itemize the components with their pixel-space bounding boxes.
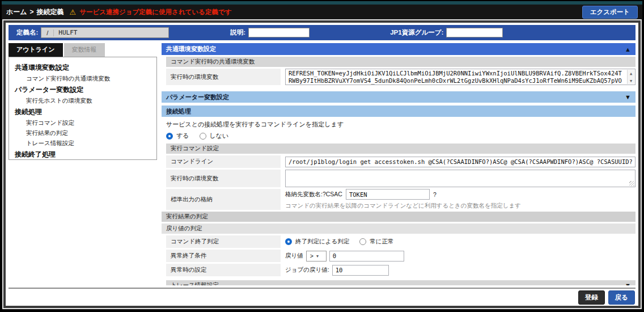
subheader-label: 実行結果の判定 bbox=[166, 213, 208, 221]
connect-description: サービスとの接続処理を実行するコマンドラインを指定します bbox=[166, 120, 635, 129]
section-header-connect[interactable]: 接続処理 bbox=[162, 106, 635, 117]
radio-always-normal-label[interactable]: 常に正常 bbox=[370, 238, 393, 246]
breadcrumb-home[interactable]: ホーム bbox=[6, 7, 27, 17]
outline-heading-parameter[interactable]: パラメーター変数設定 bbox=[15, 85, 151, 95]
subheader-exec-command: 実行コマンド設定 bbox=[166, 144, 635, 154]
stdout-store-label: 標準出力の格納 bbox=[166, 189, 281, 210]
cmdline-input[interactable] bbox=[285, 157, 635, 167]
outline-item[interactable]: トレース情報設定 bbox=[26, 140, 151, 147]
stdout-var-input[interactable] bbox=[346, 189, 430, 200]
subheader-common-env: コマンド実行時の共通環境変数 bbox=[166, 57, 635, 67]
abnormal-value-input[interactable] bbox=[329, 251, 404, 262]
connect-env-label: 実行時の環境変数 bbox=[166, 170, 281, 187]
job-return-label: ジョブの戻り値: bbox=[285, 266, 329, 274]
resource-group-label: JP1資源グループ: bbox=[390, 28, 443, 37]
warning-message: サービス連携ジョブ定義に使用されている定義です bbox=[79, 8, 231, 16]
collapse-up-icon[interactable]: ▲ bbox=[625, 46, 631, 53]
outline-tree: 共通環境変数設定 コマンド実行時の共通環境変数 パラメーター変数設定 実行先ホス… bbox=[9, 57, 157, 160]
footer-bar: 登録 戻る bbox=[6, 289, 638, 306]
stdout-var-prefix: 格納先変数名:?CSAC bbox=[285, 191, 342, 199]
radio-connect-no[interactable] bbox=[200, 133, 206, 140]
section-title: パラメーター変数設定 bbox=[166, 93, 229, 102]
radio-end-judge[interactable] bbox=[285, 238, 292, 245]
refresh-token-value: REFRESH_TOKEN=eyJjdHkiOiJKV1QiLCJlbmMiOi… bbox=[289, 70, 622, 85]
outline-heading-connect[interactable]: 接続処理 bbox=[15, 107, 151, 117]
subheader-label: 戻り値の判定 bbox=[166, 225, 202, 233]
runtime-env-label: 実行時の環境変数 bbox=[166, 69, 281, 85]
description-label: 説明: bbox=[230, 28, 245, 37]
definition-header: 定義名: / HULFT 説明: JP1資源グループ: bbox=[9, 25, 635, 40]
back-button[interactable]: 戻る bbox=[608, 290, 635, 305]
scroll-down-icon[interactable]: ▼ bbox=[630, 78, 632, 85]
subheader-return-value: 戻り値の判定 bbox=[162, 224, 635, 234]
collapse-down-icon[interactable]: ▼ bbox=[625, 94, 631, 100]
warning-icon: ⚠ bbox=[70, 8, 77, 16]
stdout-var-suffix: ? bbox=[433, 191, 437, 198]
section-header-common-env[interactable]: 共通環境変数設定 ▲ bbox=[162, 43, 635, 55]
radio-always-normal[interactable] bbox=[359, 238, 366, 245]
outline-item[interactable]: 実行先ホストの環境変数 bbox=[26, 97, 151, 105]
tab-outline[interactable]: アウトライン bbox=[9, 43, 63, 57]
resource-group-input[interactable] bbox=[446, 28, 503, 37]
end-judge-label: コマンド終了判定 bbox=[166, 235, 281, 248]
runtime-env-textarea[interactable]: REFRESH_TOKEN=eyJjdHkiOiJKV1QiLCJlbmMiOi… bbox=[285, 69, 635, 85]
connect-env-textarea[interactable] bbox=[285, 170, 635, 187]
sidebar-tabs: アウトライン 変数情報 bbox=[9, 43, 157, 57]
collapse-down-icon[interactable]: ▼ bbox=[625, 282, 631, 285]
radio-connect-no-label[interactable]: しない bbox=[210, 132, 229, 140]
definition-name-value: HULFT bbox=[54, 29, 77, 36]
chevron-down-icon: ▾ bbox=[316, 254, 319, 259]
section-header-parameter[interactable]: パラメーター変数設定 ▼ bbox=[162, 91, 635, 103]
definition-name-field: / HULFT bbox=[41, 27, 169, 38]
subheader-label: トレース情報設定 bbox=[171, 281, 219, 285]
register-button[interactable]: 登録 bbox=[578, 290, 605, 305]
connect-radio-group: する しない bbox=[166, 132, 635, 140]
definition-name-label: 定義名: bbox=[16, 28, 38, 37]
cmdline-label: コマンドライン bbox=[166, 155, 281, 168]
operator-value: > bbox=[310, 252, 313, 259]
operator-select[interactable]: > ▾ bbox=[306, 251, 327, 262]
section-title: 共通環境変数設定 bbox=[166, 45, 216, 53]
radio-connect-yes[interactable] bbox=[166, 133, 173, 140]
job-return-input[interactable] bbox=[332, 265, 389, 276]
main-content: 共通環境変数設定 ▲ コマンド実行時の共通環境変数 実行時の環境変数 REFRE… bbox=[162, 42, 635, 285]
sidebar: アウトライン 変数情報 共通環境変数設定 コマンド実行時の共通環境変数 パラメー… bbox=[9, 42, 157, 285]
body-area: アウトライン 変数情報 共通環境変数設定 コマンド実行時の共通環境変数 パラメー… bbox=[9, 42, 635, 289]
error-setting-label: 異常時の設定 bbox=[166, 264, 281, 276]
outline-heading-common-env[interactable]: 共通環境変数設定 bbox=[15, 63, 151, 73]
section-title: 接続処理 bbox=[166, 107, 191, 116]
outline-heading-disconnect[interactable]: 接続終了処理 bbox=[15, 150, 151, 159]
definition-window: 定義名: / HULFT 説明: JP1資源グループ: アウトライン 変数情報 … bbox=[3, 20, 641, 308]
scroll-up-icon[interactable]: ▲ bbox=[630, 70, 632, 78]
export-button[interactable]: エクスポート bbox=[582, 6, 638, 19]
breadcrumb-bar: ホーム > 接続定義 ⚠ サービス連携ジョブ定義に使用されている定義です エクス… bbox=[2, 5, 642, 19]
subheader-label: 実行コマンド設定 bbox=[171, 145, 219, 153]
return-value-prefix: 戻り値 bbox=[285, 252, 303, 260]
breadcrumb-current: 接続定義 bbox=[37, 7, 64, 17]
description-input[interactable] bbox=[248, 28, 310, 37]
textarea-scrollbar[interactable]: ▲ ▼ bbox=[627, 70, 634, 84]
outline-item[interactable]: 実行コマンド設定 bbox=[26, 119, 151, 127]
radio-end-judge-label[interactable]: 終了判定による判定 bbox=[295, 238, 349, 246]
stdout-help-text: コマンドの実行結果を以降のコマンドラインなどに利用するときの変数名を指定します bbox=[285, 202, 635, 210]
breadcrumb-separator: > bbox=[30, 8, 34, 16]
outline-item[interactable]: コマンド実行時の共通環境変数 bbox=[26, 75, 151, 83]
outline-item[interactable]: 実行結果の判定 bbox=[26, 129, 151, 137]
resize-handle[interactable] bbox=[629, 181, 634, 186]
abnormal-condition-label: 異常終了条件 bbox=[166, 250, 281, 262]
tab-variable-info[interactable]: 変数情報 bbox=[64, 43, 105, 57]
subheader-result-judgement: 実行結果の判定 bbox=[162, 212, 635, 222]
definition-name-prefix: / bbox=[41, 29, 54, 36]
radio-connect-yes-label[interactable]: する bbox=[176, 132, 189, 140]
subheader-trace-info[interactable]: トレース情報設定 ▼ bbox=[166, 280, 635, 285]
subheader-label: コマンド実行時の共通環境変数 bbox=[171, 58, 255, 66]
